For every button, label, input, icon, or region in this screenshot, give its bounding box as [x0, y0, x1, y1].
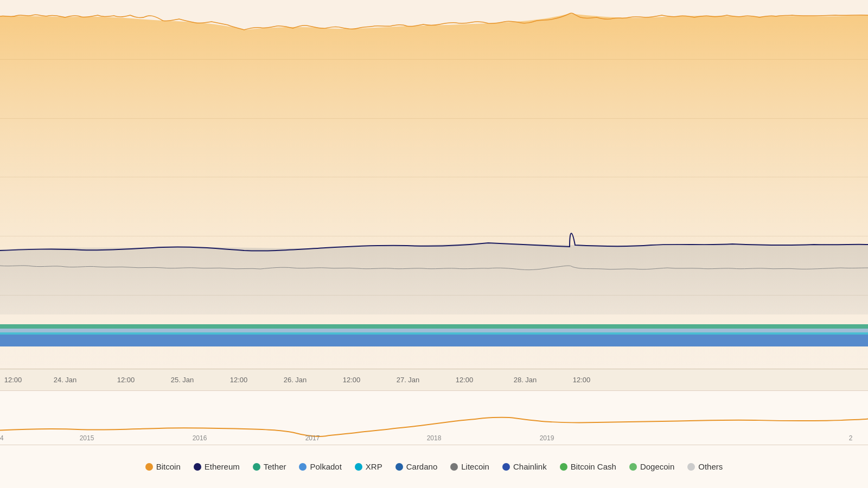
main-chart[interactable]	[0, 0, 868, 369]
legend-item-polkadot[interactable]: Polkadot	[299, 462, 341, 471]
mini-x-label-5: 2019	[540, 434, 554, 442]
mini-x-label-6: 2	[849, 434, 853, 442]
others-dot	[687, 463, 695, 471]
legend: Bitcoin Ethereum Tether Polkadot XRP Car…	[0, 445, 868, 488]
svg-rect-0	[0, 324, 868, 329]
mini-x-label-0: 14	[0, 434, 4, 442]
x-axis-label-4: 12:00	[230, 376, 248, 384]
legend-label-xrp: XRP	[366, 462, 382, 471]
svg-rect-2	[0, 332, 868, 335]
x-axis-label-7: 27. Jan	[397, 376, 420, 384]
legend-item-cardano[interactable]: Cardano	[395, 462, 438, 471]
svg-rect-3	[0, 335, 868, 346]
mini-x-label-4: 2018	[427, 434, 442, 442]
dogecoin-dot	[629, 463, 637, 471]
mini-chart[interactable]: 14 2015 2016 2017 2018 2019 2	[0, 390, 868, 445]
chart-container: 12:00 24. Jan 12:00 25. Jan 12:00 26. Ja…	[0, 0, 868, 488]
legend-label-dogecoin: Dogecoin	[640, 462, 674, 471]
cardano-dot	[395, 463, 403, 471]
x-axis-label-0: 12:00	[4, 376, 22, 384]
x-axis-label-8: 12:00	[456, 376, 474, 384]
legend-label-bitcoin: Bitcoin	[156, 462, 181, 471]
x-axis-label-6: 12:00	[343, 376, 361, 384]
legend-item-xrp[interactable]: XRP	[355, 462, 382, 471]
legend-label-tether: Tether	[264, 462, 286, 471]
tether-dot	[253, 463, 260, 471]
x-axis: 12:00 24. Jan 12:00 25. Jan 12:00 26. Ja…	[0, 369, 868, 390]
bitcoin-cash-dot	[560, 463, 567, 471]
legend-label-polkadot: Polkadot	[310, 462, 341, 471]
legend-item-others[interactable]: Others	[687, 462, 723, 471]
x-axis-label-3: 25. Jan	[171, 376, 194, 384]
litecoin-dot	[450, 463, 458, 471]
bitcoin-dot	[145, 463, 153, 471]
legend-item-bitcoin-cash[interactable]: Bitcoin Cash	[560, 462, 616, 471]
xrp-dot	[355, 463, 362, 471]
mini-x-axis: 14 2015 2016 2017 2018 2019 2	[0, 431, 868, 445]
legend-label-ethereum: Ethereum	[205, 462, 240, 471]
svg-rect-1	[0, 329, 868, 332]
legend-item-chainlink[interactable]: Chainlink	[502, 462, 547, 471]
legend-label-bitcoin-cash: Bitcoin Cash	[571, 462, 616, 471]
x-axis-label-10: 12:00	[573, 376, 591, 384]
legend-label-cardano: Cardano	[406, 462, 438, 471]
legend-label-others: Others	[698, 462, 723, 471]
chainlink-dot	[502, 463, 510, 471]
x-axis-label-2: 12:00	[117, 376, 135, 384]
legend-label-litecoin: Litecoin	[461, 462, 489, 471]
legend-item-litecoin[interactable]: Litecoin	[450, 462, 489, 471]
legend-label-chainlink: Chainlink	[513, 462, 547, 471]
ethereum-dot	[194, 463, 201, 471]
legend-item-dogecoin[interactable]: Dogecoin	[629, 462, 674, 471]
mini-x-label-3: 2017	[305, 434, 320, 442]
main-chart-svg	[0, 0, 868, 369]
legend-item-ethereum[interactable]: Ethereum	[194, 462, 240, 471]
legend-item-tether[interactable]: Tether	[253, 462, 286, 471]
polkadot-dot	[299, 463, 307, 471]
x-axis-label-1: 24. Jan	[54, 376, 77, 384]
x-axis-label-5: 26. Jan	[284, 376, 307, 384]
legend-item-bitcoin[interactable]: Bitcoin	[145, 462, 181, 471]
mini-x-label-1: 2015	[80, 434, 94, 442]
mini-x-label-2: 2016	[193, 434, 207, 442]
x-axis-label-9: 28. Jan	[514, 376, 537, 384]
